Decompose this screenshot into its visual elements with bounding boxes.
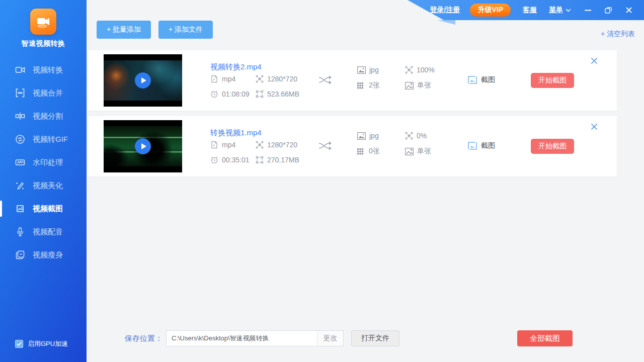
grid-icon [357, 148, 365, 155]
play-icon[interactable] [135, 138, 151, 154]
resolution-icon [256, 75, 264, 83]
sidebar-item-label: 视频截图 [33, 204, 63, 214]
minimize-button[interactable] [584, 6, 592, 14]
add-file-button[interactable]: + 添加文件 [158, 21, 213, 39]
save-path-box: 更改 [166, 330, 344, 346]
file-row: 转换视频1.mp4 mp4 644*362 00:35:01 [88, 116, 617, 176]
image-format-icon [357, 66, 366, 74]
sidebar-item-label: 视频转换 [33, 65, 63, 75]
file-name[interactable]: 视频转换2.mp4 [210, 62, 262, 72]
video-split-icon [15, 111, 25, 121]
sidebar-item-label: 视频分割 [33, 112, 63, 121]
chevron-down-icon [566, 9, 571, 12]
beautify-icon [15, 180, 25, 191]
login-register-link[interactable]: 登录/注册 [430, 6, 460, 15]
dimensions-icon [256, 156, 264, 164]
menu-label: 菜单 [549, 6, 563, 15]
output-format-value: jpg [357, 66, 405, 74]
dubbing-icon [15, 227, 25, 237]
start-capture-button[interactable]: 开始截图 [531, 139, 574, 154]
gpu-acceleration-toggle[interactable]: 启用GPU加速 [15, 339, 68, 348]
video-merge-icon [15, 88, 25, 98]
output-format-value: jpg [357, 132, 405, 140]
capture-all-button[interactable]: 全部截图 [517, 330, 573, 346]
sidebar-item-beautify[interactable]: 视频美化 [0, 174, 87, 197]
sidebar-item-watermark[interactable]: 水印处理 [0, 151, 87, 174]
format-value: mp4 [210, 75, 256, 83]
remove-file-icon[interactable] [591, 57, 599, 65]
titlebar: 登录/注册 升级VIP 客服 菜单 [408, 0, 644, 20]
upgrade-vip-button[interactable]: 升级VIP [470, 4, 511, 17]
resolution-icon [256, 141, 264, 149]
capture-label: 截图 [481, 141, 495, 150]
close-window-button[interactable] [625, 6, 633, 14]
grid-icon [357, 82, 365, 89]
count-value: 0张 [357, 147, 405, 156]
footer-bar: 保存位置： 更改 打开文件 全部截图 [87, 330, 644, 346]
play-icon[interactable] [135, 72, 151, 88]
duration-value: 00:35:01 [210, 156, 256, 164]
mode-value: 单张 [405, 81, 453, 90]
sidebar-item-label: 视频配音 [33, 227, 63, 237]
gpu-acceleration-label: 启用GPU加速 [28, 339, 68, 348]
shuffle-icon[interactable] [318, 75, 333, 86]
shuffle-icon[interactable] [318, 141, 333, 152]
sidebar-item-label: 视频瘦身 [33, 250, 63, 260]
file-list: 视频转换2.mp4 mp4 644*362 01:08:09 [88, 50, 617, 182]
video-thumbnail[interactable] [104, 120, 182, 172]
file-format-icon [210, 75, 218, 83]
start-capture-button[interactable]: 开始截图 [531, 73, 574, 88]
sidebar-item-label: 水印处理 [33, 158, 63, 167]
app-title: 智速视频转换 [22, 39, 65, 48]
scale-icon [405, 66, 413, 74]
open-folder-button[interactable]: 打开文件 [351, 330, 399, 346]
restore-window-button[interactable] [604, 6, 612, 14]
duration-value: 01:08:09 [210, 90, 256, 98]
sidebar-item-label: 视频美化 [33, 181, 63, 191]
image-format-icon [357, 132, 366, 140]
sidebar-item-video-convert[interactable]: 视频转换 [0, 58, 87, 81]
sidebar-item-video-split[interactable]: 视频分割 [0, 105, 87, 128]
single-image-icon [405, 82, 414, 89]
remove-file-icon[interactable] [591, 123, 599, 131]
filesize-value: 523.66MB [256, 90, 299, 98]
capture-settings-button[interactable]: 截图 [468, 75, 495, 84]
video-thumbnail[interactable] [104, 54, 182, 107]
sidebar-item-video-merge[interactable]: 视频合并 [0, 81, 87, 105]
sidebar-item-dubbing[interactable]: 视频配音 [0, 220, 87, 243]
clock-icon [210, 90, 218, 98]
video-convert-icon [15, 65, 25, 75]
save-location-label: 保存位置： [125, 334, 163, 343]
file-format-icon [210, 141, 218, 149]
quality-value: 0% [405, 132, 453, 140]
capture-label: 截图 [481, 75, 495, 84]
main-content: + 批量添加 + 添加文件 + 清空列表 视频转换2.mp4 mp4 1280*… [87, 0, 644, 362]
sidebar: 智速视频转换 视频转换 视频合并 视频分割 视频转GIF [0, 0, 87, 362]
menu-dropdown[interactable]: 菜单 [549, 6, 571, 15]
scale-icon [405, 132, 413, 140]
sidebar-item-slim[interactable]: 视频瘦身 [0, 243, 87, 266]
change-path-button[interactable]: 更改 [317, 331, 343, 346]
capture-icon [468, 142, 477, 150]
single-image-icon [405, 148, 414, 155]
clock-icon [210, 156, 218, 164]
watermark-icon [15, 157, 25, 167]
sidebar-item-screenshot[interactable]: 视频截图 [0, 197, 87, 220]
batch-add-button[interactable]: + 批量添加 [97, 21, 151, 39]
save-path-input[interactable] [167, 331, 317, 346]
capture-settings-button[interactable]: 截图 [468, 141, 495, 150]
sidebar-item-video-to-gif[interactable]: 视频转GIF [0, 128, 87, 151]
mode-value: 单张 [405, 147, 453, 156]
checkbox-checked-icon[interactable] [15, 340, 23, 348]
file-name[interactable]: 转换视频1.mp4 [210, 128, 262, 138]
sidebar-item-label: 视频转GIF [33, 135, 68, 144]
video-to-gif-icon [15, 134, 25, 144]
customer-service-link[interactable]: 客服 [523, 6, 537, 15]
quality-value: 100% [405, 66, 453, 74]
clear-list-link[interactable]: + 清空列表 [601, 30, 635, 39]
dimensions-icon [256, 90, 264, 98]
format-value: mp4 [210, 141, 256, 149]
sidebar-item-label: 视频合并 [33, 88, 63, 98]
slim-icon [15, 250, 25, 260]
app-logo-icon [30, 9, 56, 35]
